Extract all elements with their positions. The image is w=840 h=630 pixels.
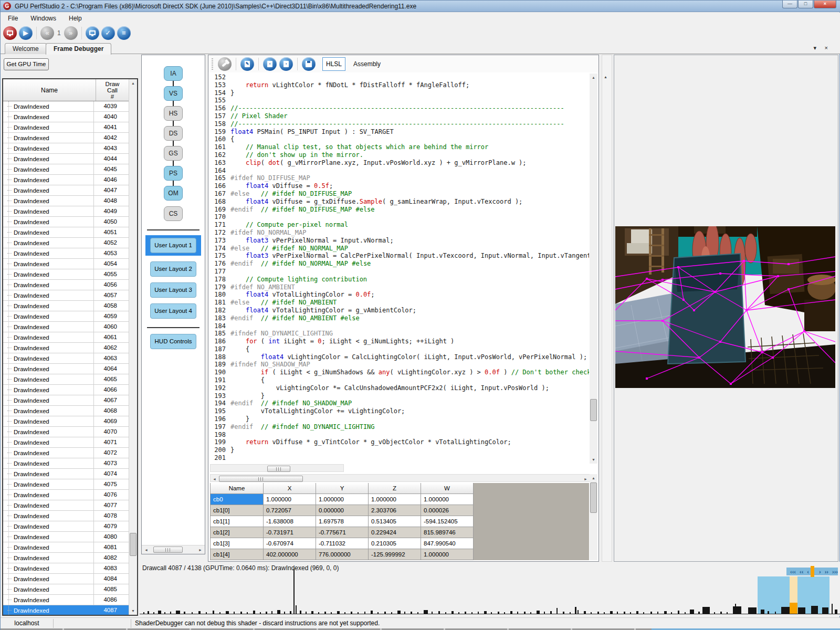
user-layout-button[interactable]: User Layout 2	[150, 261, 196, 277]
drawcall-row[interactable]: DrawIndexed4043	[3, 143, 129, 154]
code-vscrollbar[interactable]: ▲ ▼	[590, 74, 597, 464]
user-layout-button[interactable]: User Layout 4	[150, 303, 196, 319]
column-name[interactable]: Name	[3, 79, 96, 101]
drawcall-row[interactable]: DrawIndexed4076	[3, 490, 129, 500]
drawcall-row[interactable]: DrawIndexed4073	[3, 458, 129, 469]
drawcall-row[interactable]: DrawIndexed4058	[3, 301, 129, 311]
drawcall-row[interactable]: DrawIndexed4060	[3, 322, 129, 332]
scroll-left-icon[interactable]: ◄	[142, 546, 150, 554]
table-row[interactable]: cb1[0]0.7220570.0000002.3037060.000026	[210, 505, 474, 516]
menu-help[interactable]: Help	[69, 15, 82, 22]
scroll-thumb[interactable]	[267, 466, 290, 472]
pipeline-stage-ds[interactable]: DS	[164, 126, 183, 141]
draw-list-button[interactable]: ≡	[117, 26, 131, 40]
menu-file[interactable]: File	[8, 15, 18, 22]
drawcall-row[interactable]: DrawIndexed4066	[3, 385, 129, 395]
drawcall-row[interactable]: DrawIndexed4069	[3, 416, 129, 427]
scroll-down-icon[interactable]: ▼	[129, 607, 137, 615]
play-button[interactable]: ▶	[19, 26, 33, 40]
timeline-nav-arrow[interactable]: ‹	[807, 568, 809, 575]
step-forward-button[interactable]: »	[64, 26, 78, 40]
timeline-nav-arrow[interactable]: ‹‹	[800, 568, 803, 575]
code-hscrollbar[interactable]	[210, 464, 344, 472]
drawcall-row[interactable]: DrawIndexed4051	[3, 227, 129, 238]
constant-buffer-table[interactable]: NameXYZWcb01.0000001.0000001.0000001.000…	[210, 483, 474, 560]
scroll-left-icon[interactable]: ◄	[211, 475, 218, 483]
drawcall-row[interactable]: DrawIndexed4065	[3, 374, 129, 385]
drawcall-row[interactable]: DrawIndexed4044	[3, 154, 129, 164]
drawcall-row[interactable]: DrawIndexed4057	[3, 290, 129, 301]
pipeline-stage-hs[interactable]: HS	[164, 106, 183, 121]
drawcall-row[interactable]: DrawIndexed4055	[3, 269, 129, 280]
table-row[interactable]: cb1[2]-0.731971-0.7756710.229424815.9897…	[210, 527, 474, 538]
column-header[interactable]: X	[264, 483, 316, 494]
drawcall-row[interactable]: DrawIndexed4061	[3, 332, 129, 343]
pipeline-stage-ia[interactable]: IA	[164, 66, 183, 81]
drawcall-row[interactable]: DrawIndexed4082	[3, 553, 129, 563]
variables-hscrollbar[interactable]: ◄ ►	[210, 474, 590, 482]
drawcall-row[interactable]: DrawIndexed4083	[3, 563, 129, 574]
drawcall-row[interactable]: DrawIndexed4078	[3, 511, 129, 521]
pipeline-stage-cs[interactable]: CS	[164, 206, 183, 221]
tab-assembly[interactable]: Assembly	[353, 60, 381, 68]
pipeline-stage-om[interactable]: OM	[164, 186, 183, 201]
next-shader-button[interactable]: ›	[279, 57, 293, 71]
scroll-thumb[interactable]	[130, 533, 136, 556]
scroll-up-icon[interactable]: ▲	[590, 74, 597, 81]
drawcall-row[interactable]: DrawIndexed4077	[3, 500, 129, 511]
scroll-up-icon[interactable]: ▲	[590, 474, 597, 482]
pipeline-stage-vs[interactable]: VS	[164, 86, 183, 101]
tab-close-icon[interactable]: ×	[825, 45, 828, 51]
user-layout-button[interactable]: User Layout 3	[150, 282, 196, 298]
table-row[interactable]: cb1[1]-1.6380081.6975780.513405-594.1524…	[210, 516, 474, 527]
drawcall-row[interactable]: DrawIndexed4056	[3, 280, 129, 290]
drawcall-row[interactable]: DrawIndexed4085	[3, 584, 129, 595]
table-row[interactable]: cb01.0000001.0000001.0000001.000000	[210, 494, 474, 505]
drawcall-row[interactable]: DrawIndexed4042	[3, 133, 129, 143]
tab-hlsl[interactable]: HLSL	[322, 57, 345, 71]
column-header[interactable]: Name	[210, 483, 264, 494]
step-back-button[interactable]: «	[40, 26, 54, 40]
minimize-button[interactable]: —	[782, 1, 797, 8]
drawcall-row[interactable]: DrawIndexed4072	[3, 448, 129, 458]
drawcall-row[interactable]: DrawIndexed4041	[3, 122, 129, 133]
hud-controls-button[interactable]: HUD Controls	[150, 334, 196, 349]
drawcall-row[interactable]: DrawIndexed4046	[3, 175, 129, 185]
scroll-thumb[interactable]	[590, 399, 597, 421]
scroll-down-icon[interactable]: ▼	[590, 456, 597, 464]
timeline-nav-arrow[interactable]: ››	[825, 568, 828, 575]
timeline-nav-marker[interactable]	[811, 566, 814, 577]
drawcall-row[interactable]: DrawIndexed4086	[3, 595, 129, 605]
tab-dropdown-icon[interactable]: ▾	[813, 45, 816, 51]
tab-frame-debugger[interactable]: Frame Debugger	[46, 43, 111, 55]
api-trace-button[interactable]: ✓	[101, 26, 115, 40]
drawcall-row[interactable]: DrawIndexed4080	[3, 532, 129, 542]
drawcall-row[interactable]: DrawIndexed4081	[3, 542, 129, 553]
table-row[interactable]: cb1[4]402.000000776.000000-125.9999921.0…	[210, 549, 474, 560]
column-header[interactable]: W	[421, 483, 474, 494]
drawcall-row[interactable]: DrawIndexed4040	[3, 112, 129, 122]
table-row[interactable]: cb1[3]-0.670974-0.7110320.210305847.9905…	[210, 538, 474, 549]
save-shader-button[interactable]	[302, 57, 316, 71]
drawcall-row[interactable]: DrawIndexed4049	[3, 206, 129, 217]
drawcall-row[interactable]: DrawIndexed4063	[3, 353, 129, 364]
drawcall-row[interactable]: DrawIndexed4064	[3, 364, 129, 374]
drawcall-row[interactable]: DrawIndexed4075	[3, 479, 129, 490]
build-button[interactable]	[218, 57, 232, 71]
user-layout-button[interactable]: User Layout 1	[150, 238, 196, 253]
close-button[interactable]: ×	[814, 1, 836, 8]
scroll-thumb[interactable]	[219, 476, 303, 482]
drawcall-row[interactable]: DrawIndexed4079	[3, 521, 129, 532]
menu-windows[interactable]: Windows	[30, 15, 56, 22]
timeline-nav-arrow[interactable]: ›››	[832, 568, 838, 575]
drawcall-scrollbar[interactable]: ▲ ▼	[129, 79, 137, 615]
scroll-right-icon[interactable]: ►	[196, 546, 204, 554]
pipeline-stage-gs[interactable]: GS	[164, 146, 183, 161]
drawcall-row[interactable]: DrawIndexed4052	[3, 238, 129, 248]
scroll-thumb[interactable]	[153, 547, 183, 553]
drawcall-row[interactable]: DrawIndexed4087	[3, 605, 129, 615]
title-bar[interactable]: G GPU PerfStudio 2 - C:\Program Files (x…	[1, 1, 840, 12]
drawcall-row[interactable]: DrawIndexed4039	[3, 101, 129, 112]
drawcall-row[interactable]: DrawIndexed4053	[3, 248, 129, 259]
edit-shader-button[interactable]: ✎	[240, 57, 254, 71]
